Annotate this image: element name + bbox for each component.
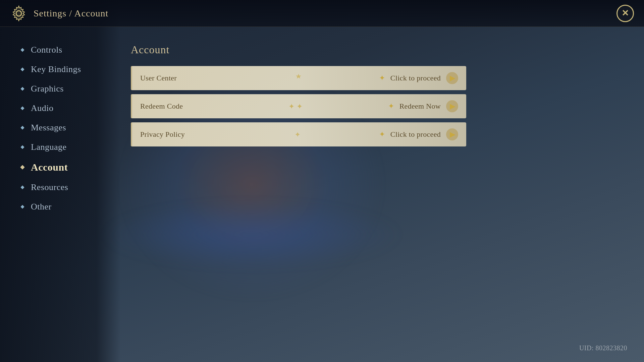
sidebar-label-other: Other — [31, 202, 52, 212]
redeem-arrow-icon: ▶ — [446, 100, 458, 112]
svg-rect-4 — [20, 106, 24, 110]
sidebar-item-account[interactable]: Account — [20, 157, 121, 178]
sidebar-item-messages[interactable]: Messages — [20, 118, 121, 137]
sidebar-item-other[interactable]: Other — [20, 197, 121, 217]
privacy-policy-row[interactable]: Privacy Policy ✦ ✦ Click to proceed ▶ — [131, 122, 466, 146]
close-button[interactable]: ✕ — [616, 5, 634, 22]
svg-rect-7 — [20, 165, 24, 169]
redeem-code-row[interactable]: Redeem Code ✦ ✦ ✦ Redeem Now ▶ — [131, 94, 466, 118]
uid-display: UID: 802823820 — [579, 344, 627, 352]
user-center-action: Click to proceed — [390, 74, 441, 82]
sidebar-label-resources: Resources — [31, 182, 68, 192]
sidebar-item-audio[interactable]: Audio — [20, 99, 121, 118]
row-right-redeem: ✦ Redeem Now ▶ — [388, 100, 458, 112]
user-center-label: User Center — [140, 74, 177, 82]
bullet-icon — [20, 145, 25, 149]
svg-rect-5 — [20, 126, 24, 129]
bullet-active-icon — [20, 165, 25, 170]
header-bar: Settings / Account ✕ — [0, 0, 644, 27]
bullet-icon — [20, 125, 25, 130]
user-center-row[interactable]: User Center ✦ Click to proceed ▶ — [131, 66, 466, 90]
sidebar-label-controls: Controls — [31, 45, 62, 55]
svg-text:✦ ✦: ✦ ✦ — [288, 102, 303, 111]
header-title: Settings / Account — [34, 8, 108, 19]
sidebar-label-audio: Audio — [31, 103, 54, 113]
row-deco-redeem: ✦ ✦ — [285, 102, 312, 111]
gear-icon — [10, 5, 28, 22]
row-left-redeem: Redeem Code — [140, 102, 183, 111]
svg-rect-8 — [20, 185, 24, 189]
bullet-icon — [20, 48, 25, 52]
sidebar-label-graphics: Graphics — [31, 84, 64, 94]
svg-marker-10 — [296, 74, 301, 79]
bullet-icon — [20, 67, 25, 72]
sidebar-item-resources[interactable]: Resources — [20, 178, 121, 197]
svg-rect-6 — [20, 145, 24, 149]
svg-rect-2 — [20, 67, 24, 71]
sidebar-label-account: Account — [31, 162, 68, 173]
sparkle-icon: ✦ — [379, 74, 385, 82]
svg-text:✦: ✦ — [294, 130, 301, 139]
redeem-code-label: Redeem Code — [140, 102, 183, 111]
row-right-privacy: ✦ Click to proceed ▶ — [379, 128, 458, 140]
sidebar-label-messages: Messages — [31, 123, 66, 133]
sparkle-icon: ✦ — [379, 130, 385, 139]
bullet-icon — [20, 86, 25, 91]
sidebar-item-graphics[interactable]: Graphics — [20, 79, 121, 99]
svg-rect-9 — [20, 205, 24, 208]
sidebar-nav: Controls Key Bindings Graphics Audio Mes… — [0, 27, 121, 230]
sidebar-item-controls[interactable]: Controls — [20, 40, 121, 60]
main-content: Account User Center ✦ Click to proceed ▶… — [121, 27, 644, 362]
sidebar-label-language: Language — [31, 142, 67, 152]
privacy-action: Click to proceed — [390, 130, 441, 139]
svg-rect-3 — [20, 87, 24, 90]
bullet-icon — [20, 185, 25, 190]
bullet-icon — [20, 106, 25, 111]
sidebar-label-key-bindings: Key Bindings — [31, 64, 81, 74]
row-deco — [288, 73, 309, 83]
row-left-user-center: User Center — [140, 74, 177, 82]
bullet-icon — [20, 204, 25, 209]
row-right-user-center: ✦ Click to proceed ▶ — [379, 72, 458, 84]
redeem-action: Redeem Now — [399, 102, 441, 111]
row-left-privacy: Privacy Policy — [140, 130, 185, 139]
proceed-arrow-icon: ▶ — [446, 72, 458, 84]
privacy-arrow-icon: ▶ — [446, 128, 458, 140]
svg-rect-1 — [20, 48, 24, 52]
privacy-policy-label: Privacy Policy — [140, 130, 185, 139]
row-deco-privacy: ✦ — [288, 130, 309, 139]
section-title: Account — [131, 44, 617, 56]
sidebar-item-key-bindings[interactable]: Key Bindings — [20, 60, 121, 79]
sidebar-item-language[interactable]: Language — [20, 137, 121, 157]
sparkle-icon: ✦ — [388, 102, 394, 111]
